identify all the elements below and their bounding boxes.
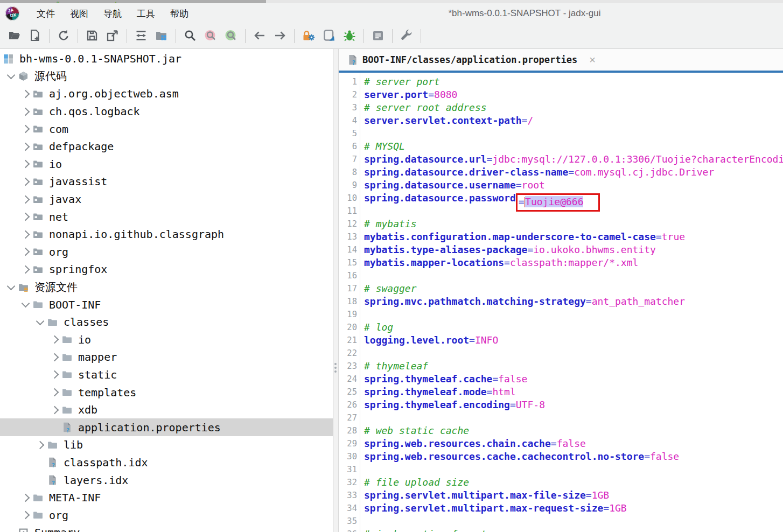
tree-item-aj-org-objectweb-asm[interactable]: aj.org.objectweb.asm [0,85,333,103]
search-class-button[interactable] [201,27,220,45]
code-token: spring.thymeleaf.mode [364,386,487,397]
tree-item-boot-inf[interactable]: BOOT-INF [0,296,333,313]
chevron-collapsed-icon[interactable] [18,144,33,150]
open-file-button[interactable] [5,27,24,45]
chevron-collapsed-icon[interactable] [47,337,62,342]
tree-item-javax[interactable]: javax [0,191,333,208]
tree-item-summary[interactable]: Summary [0,524,333,532]
tab-close-icon[interactable]: × [589,54,596,65]
chevron-collapsed-icon[interactable] [47,354,62,360]
menu-navigation[interactable]: 导航 [96,4,129,23]
tree-item-application-properties[interactable]: ?application.properties [0,418,333,436]
tree-item-static[interactable]: static [0,366,333,384]
tree-item-layers-idx[interactable]: ?layers.idx [0,471,333,489]
line-number: 20 [339,321,357,334]
log-viewer-button[interactable] [368,27,388,45]
chevron-collapsed-icon[interactable] [18,495,33,501]
tree-item-mapper[interactable]: mapper [0,348,333,366]
chevron-expanded-icon[interactable] [32,320,47,324]
folder-icon [62,404,74,415]
chevron-collapsed-icon[interactable] [18,179,33,185]
line-number: 26 [339,398,357,411]
tree-item-classes[interactable]: classes [0,313,333,331]
chevron-collapsed-icon[interactable] [18,232,33,237]
add-files-button[interactable] [25,27,45,45]
tree-item-io[interactable]: io [0,331,333,349]
tree-item--[interactable]: 源代码 [0,68,333,86]
debugger-button[interactable] [340,27,359,45]
chevron-collapsed-icon[interactable] [18,249,33,255]
code-line-33: spring.servlet.multipart.max-file-size=1… [364,489,783,502]
code-token: # mybatis [364,218,417,229]
menu-file[interactable]: 文件 [29,4,62,23]
tree-item-classpath-idx[interactable]: ?classpath.idx [0,454,333,472]
file-tree[interactable]: bh-wms-0.0.1-SNAPSHOT.jar源代码aj.org.objec… [0,49,333,532]
reload-button[interactable] [54,27,73,45]
code-line-29: spring.web.resources.chain.cache=false [364,437,783,450]
nav-back-button[interactable] [250,27,269,45]
folder-icon [33,510,45,521]
package-view-button[interactable] [152,27,171,45]
tree-item-com[interactable]: com [0,120,333,138]
chevron-expanded-icon[interactable] [3,285,18,289]
tree-item-org[interactable]: org [0,506,333,524]
tree-item-bh-wms-0-0-1-snapshot-jar[interactable]: bh-wms-0.0.1-SNAPSHOT.jar [0,50,333,68]
preferences-button[interactable] [397,27,416,45]
properties-file-icon: ? [347,54,358,65]
chevron-collapsed-icon[interactable] [18,126,33,132]
chevron-collapsed-icon[interactable] [47,372,62,377]
tree-item-label: net [49,211,68,223]
code-line-32: # file upload size [364,476,783,489]
chevron-expanded-icon[interactable] [3,74,18,78]
chevron-collapsed-icon[interactable] [47,389,62,395]
chevron-collapsed-icon[interactable] [32,442,47,448]
chevron-collapsed-icon[interactable] [18,214,33,220]
svg-text:?: ? [52,480,55,485]
tree-item-defpackage[interactable]: defpackage [0,138,333,156]
tree-item-ch-qos-logback[interactable]: ch.qos.logback [0,103,333,121]
tree-item-lib[interactable]: lib [0,436,333,454]
debugger-icon [343,29,356,44]
rename-settings-button[interactable] [319,27,339,45]
chevron-collapsed-icon[interactable] [18,161,33,167]
jar-icon [3,53,15,64]
tree-item-io[interactable]: io [0,156,333,173]
chevron-collapsed-icon[interactable] [47,407,62,413]
tree-item-springfox[interactable]: springfox [0,261,333,278]
tree-item--[interactable]: 资源文件 [0,278,333,296]
code-area[interactable]: 1234567891011121314151617181920212223242… [339,73,783,532]
code-token: logging.level.root [364,334,469,346]
splitter-grip-icon[interactable] [334,361,337,374]
deobfuscation-button[interactable] [299,27,318,45]
save-all-button[interactable] [82,27,102,45]
line-number: 17 [339,282,357,295]
search-comment-button[interactable] [221,27,241,45]
menu-view[interactable]: 视图 [62,4,96,23]
chevron-collapsed-icon[interactable] [18,197,33,202]
chevron-collapsed-icon[interactable] [18,512,33,518]
nav-forward-button[interactable] [270,27,290,45]
chevron-collapsed-icon[interactable] [18,267,33,272]
search-text-button[interactable] [180,27,200,45]
deobfuscation-icon [302,29,315,44]
tree-item-nonapi-io-github-classgraph[interactable]: nonapi.io.github.classgraph [0,226,333,243]
panel-splitter[interactable] [333,49,339,532]
tab-application-properties[interactable]: ? BOOT-INF/classes/application.propertie… [344,49,601,71]
tree-item-javassist[interactable]: javassist [0,173,333,191]
tree-item-meta-inf[interactable]: META-INF [0,489,333,507]
tree-item-xdb[interactable]: xdb [0,401,333,419]
tree-item-org[interactable]: org [0,243,333,261]
code-token: spring.thymeleaf.encoding [364,399,510,410]
chevron-expanded-icon[interactable] [18,303,33,306]
code-content[interactable]: # server portserver.port=8080# server ro… [360,73,783,532]
export-code-button[interactable] [103,27,122,45]
tree-item-templates[interactable]: templates [0,383,333,401]
tree-item-net[interactable]: net [0,208,333,226]
folder-icon [62,352,74,362]
chevron-collapsed-icon[interactable] [18,109,33,115]
chevron-collapsed-icon[interactable] [18,91,33,97]
svg-text:?: ? [66,427,70,432]
flatten-packages-button[interactable] [131,27,151,45]
menu-help[interactable]: 帮助 [163,4,196,23]
menu-tools[interactable]: 工具 [129,4,163,23]
